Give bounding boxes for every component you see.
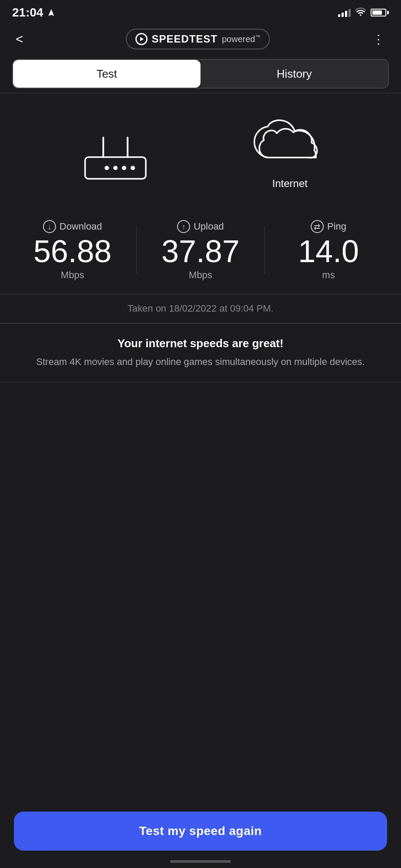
speedtest-logo-icon: [135, 33, 148, 45]
router-icon: [72, 129, 159, 190]
more-button[interactable]: ⋮: [369, 29, 389, 50]
battery-icon: [371, 9, 389, 16]
svg-point-6: [131, 166, 135, 170]
test-again-container: Test my speed again: [14, 812, 387, 851]
tab-test[interactable]: Test: [13, 60, 200, 88]
upload-label: Upload: [194, 221, 224, 232]
tab-switcher: Test History: [12, 59, 389, 89]
test-again-button[interactable]: Test my speed again: [14, 812, 387, 851]
ping-value: 14.0: [298, 236, 359, 267]
ping-unit: ms: [322, 270, 335, 281]
svg-point-4: [113, 166, 118, 170]
nav-bar: < SPEEDTEST powered™ ⋮: [0, 23, 401, 55]
upload-unit: Mbps: [189, 270, 212, 281]
location-icon: [47, 8, 56, 17]
ping-icon: [311, 220, 324, 233]
download-label: Download: [59, 221, 102, 232]
advice-body: Stream 4K movies and play online games s…: [17, 355, 384, 369]
back-button[interactable]: <: [12, 28, 27, 50]
wifi-icon: [355, 7, 366, 18]
speed-results: Download 56.88 Mbps Upload 37.87 Mbps: [0, 207, 401, 294]
upload-icon: [177, 220, 190, 233]
download-icon: [43, 220, 56, 233]
status-icons: [338, 7, 389, 18]
download-unit: Mbps: [61, 270, 84, 281]
internet-label: Internet: [272, 178, 307, 190]
upload-label-row: Upload: [177, 220, 224, 233]
download-result: Download 56.88 Mbps: [9, 220, 136, 281]
svg-point-3: [105, 166, 109, 170]
powered-label: powered™: [222, 34, 260, 44]
home-indicator: [170, 860, 231, 863]
icons-area: Internet: [0, 111, 401, 207]
nav-title: SPEEDTEST powered™: [126, 29, 270, 49]
status-bar: 21:04: [0, 0, 401, 23]
bottom-spacer: [0, 382, 401, 547]
time-display: 21:04: [12, 6, 43, 20]
ping-label: Ping: [327, 221, 346, 232]
upload-value: 37.87: [161, 236, 240, 267]
speedtest-brand: SPEEDTEST: [152, 33, 218, 45]
ping-label-row: Ping: [311, 220, 346, 233]
advice-section: Your internet speeds are great! Stream 4…: [0, 323, 401, 382]
upload-result: Upload 37.87 Mbps: [137, 220, 264, 281]
ping-result: Ping 14.0 ms: [265, 220, 392, 281]
advice-title: Your internet speeds are great!: [17, 337, 384, 350]
cloud-area: Internet: [251, 119, 329, 190]
tab-history[interactable]: History: [200, 60, 388, 88]
svg-point-5: [122, 166, 126, 170]
signal-icon: [338, 8, 351, 17]
status-time: 21:04: [12, 6, 56, 20]
main-content: Internet Download 56.88 Mbps Upload: [0, 93, 401, 564]
timestamp: Taken on 18/02/2022 at 09:04 PM.: [0, 294, 401, 323]
download-value: 56.88: [33, 236, 112, 267]
download-label-row: Download: [43, 220, 102, 233]
